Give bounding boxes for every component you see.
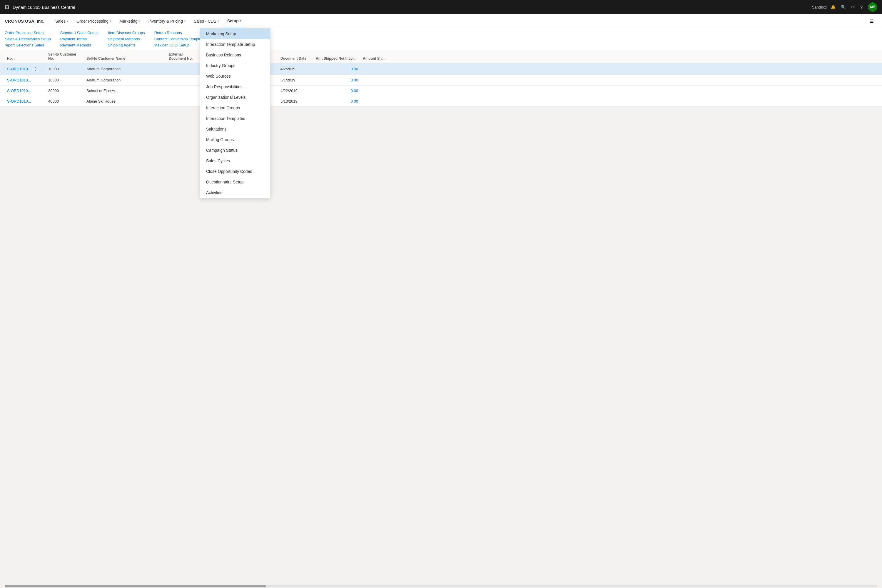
link-shipping-agents[interactable]: Shipping Agents — [108, 43, 145, 47]
nav-item-inventory[interactable]: Inventory & Pricing ▾ — [145, 14, 189, 28]
submenu-col-1: Order Promising Setup Sales & Receivable… — [5, 31, 51, 47]
nav-item-sales[interactable]: Sales ▾ — [52, 14, 72, 28]
nav-item-marketing[interactable]: Marketing ▾ — [116, 14, 144, 28]
marketing-dropdown-item-2[interactable]: Business Relations — [200, 50, 270, 60]
row-customer-no-2: 30000 — [46, 86, 84, 96]
row-doc-date-1: 5/1/2019 — [278, 75, 314, 85]
marketing-dropdown-item-0[interactable]: Marketing Setup — [200, 28, 270, 39]
sales-cds-chevron-icon: ▾ — [218, 20, 219, 22]
marketing-dropdown-item-3[interactable]: Industry Groups — [200, 60, 270, 71]
col-header-no[interactable]: No. ↑ — [5, 50, 46, 63]
link-report-selections-sales[interactable]: report Selections Sales — [5, 43, 51, 47]
nav-item-setup[interactable]: Setup ▾ — [224, 14, 245, 28]
nav-item-sales-cds[interactable]: Sales - CDS ▾ — [190, 14, 222, 28]
table-row[interactable]: S-ORD1010... ⋮ 10000 Adatum Corporation … — [0, 63, 882, 75]
row-ext-doc-0 — [166, 66, 202, 72]
row-customer-no-0: 10000 — [46, 64, 84, 74]
col-header-customer-no: Sell-to Customer No. — [46, 50, 84, 63]
col-header-amount: Amount Sh... — [360, 50, 396, 63]
submenu-col-3: Item Discount Groups Shipment Methods Sh… — [108, 31, 145, 47]
top-bar: ⊞ Dynamics 365 Business Central Sandbox … — [0, 0, 882, 14]
marketing-dropdown-item-1[interactable]: Interaction Template Setup — [200, 39, 270, 50]
row-action-icon-0[interactable]: ⋮ — [33, 66, 38, 72]
link-mexican-cfdi-setup[interactable]: Mexican CFDI Setup — [154, 43, 206, 47]
table-row[interactable]: S-ORD1010... 10000 Adatum Corporation 5/… — [0, 75, 882, 86]
row-no-1[interactable]: S-ORD1010... — [5, 75, 46, 85]
row-doc-date-3: 5/13/2019 — [278, 96, 314, 106]
submenu-col-4: Return Reasons Contact Conversion Templa… — [154, 31, 206, 47]
table-row[interactable]: S-ORD1010... 40000 Alpine Ski House 5/13… — [0, 96, 882, 107]
row-amt-shipped-0: 0.00 — [314, 64, 360, 74]
col-header-doc-date: Document Date — [278, 50, 314, 63]
top-bar-actions: 🔔 🔍 ⚙ ? MB — [831, 2, 877, 12]
link-payment-methods[interactable]: Payment Methods — [60, 43, 99, 47]
company-name: CRONUS USA, Inc. — [5, 18, 50, 24]
table-row[interactable]: S-ORD1010... 30000 School of Fine Art 4/… — [0, 86, 882, 96]
row-customer-name-1: Adatum Corporation — [84, 75, 166, 85]
row-amount-0 — [360, 66, 396, 72]
order-chevron-icon: ▾ — [110, 20, 111, 22]
secondary-nav: CRONUS USA, Inc. Sales ▾ Order Processin… — [0, 14, 882, 28]
table-header: No. ↑ Sell-to Customer No. Sell-to Custo… — [0, 50, 882, 63]
marketing-chevron-icon: ▾ — [138, 20, 140, 22]
link-return-reasons[interactable]: Return Reasons — [154, 31, 206, 35]
marketing-dropdown-item-4[interactable]: Web Sources — [200, 71, 270, 81]
link-order-promising-setup[interactable]: Order Promising Setup — [5, 31, 51, 35]
col-header-amt-shipped: Amt Shipped Not Invoi... — [314, 50, 360, 63]
row-amt-shipped-1: 0.00 — [314, 75, 360, 85]
notifications-icon[interactable]: 🔔 — [831, 5, 836, 9]
sales-chevron-icon: ▾ — [67, 20, 68, 22]
app-title: Dynamics 365 Business Central — [13, 5, 808, 10]
link-shipment-methods[interactable]: Shipment Methods — [108, 37, 145, 41]
setup-chevron-icon: ▾ — [240, 19, 242, 22]
link-payment-terms[interactable]: Payment Terms — [60, 37, 99, 41]
help-icon[interactable]: ? — [860, 5, 862, 9]
link-contact-conversion-templates[interactable]: Contact Conversion Templates — [154, 37, 206, 41]
nav-item-order-processing[interactable]: Order Processing ▾ — [73, 14, 115, 28]
marketing-dropdown: Marketing SetupInteraction Template Setu… — [200, 28, 270, 107]
avatar[interactable]: MB — [868, 2, 877, 12]
col-header-ext-doc: External Document No. — [166, 50, 202, 63]
row-ext-doc-2 — [166, 88, 202, 94]
submenu-col-2: Standard Sales Codes Payment Terms Payme… — [60, 31, 99, 47]
search-icon[interactable]: 🔍 — [841, 5, 846, 9]
nav-items: Sales ▾ Order Processing ▾ Marketing ▾ I… — [52, 14, 866, 28]
row-amount-1 — [360, 77, 396, 83]
row-ext-doc-1 — [166, 77, 202, 83]
row-customer-name-3: Alpine Ski House — [84, 96, 166, 106]
app-grid-icon[interactable]: ⊞ — [5, 4, 9, 10]
col-header-customer-name: Sell-to Customer Name — [84, 50, 166, 63]
row-customer-no-3: 40000 — [46, 96, 84, 106]
submenu-bar: Order Promising Setup Sales & Receivable… — [0, 28, 882, 50]
row-customer-no-1: 10000 — [46, 75, 84, 85]
settings-icon[interactable]: ⚙ — [851, 5, 855, 9]
table-area: No. ↑ Sell-to Customer No. Sell-to Custo… — [0, 50, 882, 107]
row-no-3[interactable]: S-ORD1010... — [5, 96, 46, 106]
row-amount-2 — [360, 88, 396, 94]
inventory-chevron-icon: ▾ — [184, 20, 186, 22]
row-amount-3 — [360, 99, 396, 104]
nav-menu-button[interactable]: ☰ — [866, 14, 877, 28]
row-doc-date-2: 4/22/2019 — [278, 86, 314, 96]
row-no-0[interactable]: S-ORD1010... ⋮ — [5, 63, 46, 75]
marketing-dropdown-item-7[interactable]: Interaction Groups — [200, 103, 270, 107]
row-amt-shipped-3: 0.00 — [314, 96, 360, 106]
row-amt-shipped-2: 0.00 — [314, 86, 360, 96]
row-doc-date-0: 4/2/2019 — [278, 64, 314, 74]
link-item-discount-groups[interactable]: Item Discount Groups — [108, 31, 145, 35]
row-customer-name-2: School of Fine Art — [84, 86, 166, 96]
row-ext-doc-3 — [166, 99, 202, 104]
row-customer-name-0: Adatum Corporation — [84, 64, 166, 74]
sandbox-label: Sandbox — [812, 5, 827, 9]
link-standard-sales-codes[interactable]: Standard Sales Codes — [60, 31, 99, 35]
marketing-dropdown-item-5[interactable]: Job Responsibilities — [200, 81, 270, 92]
link-sales-receivables-setup[interactable]: Sales & Receivables Setup — [5, 37, 51, 41]
row-no-2[interactable]: S-ORD1010... — [5, 86, 46, 96]
marketing-dropdown-item-6[interactable]: Organizational Levels — [200, 92, 270, 103]
